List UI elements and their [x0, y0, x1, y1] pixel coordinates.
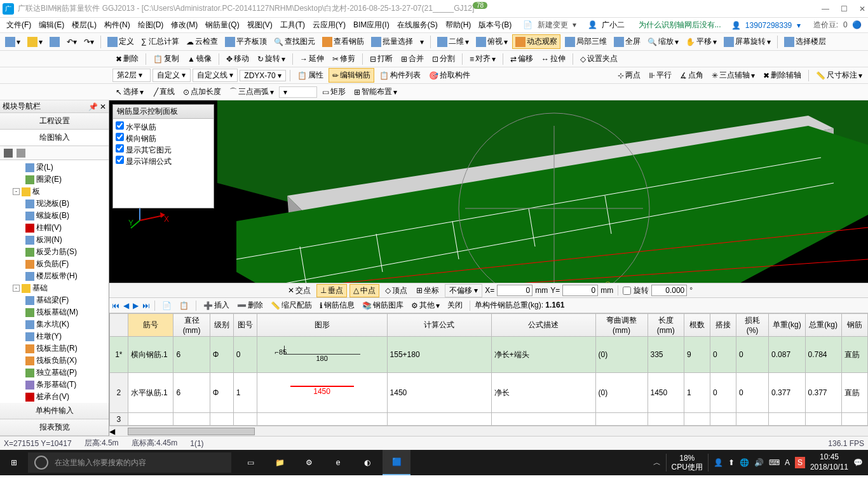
delaux-button[interactable]: ✖删除辅轴 — [760, 69, 804, 82]
view3d-button[interactable]: 二维▾ — [435, 35, 471, 48]
parallel-button[interactable]: ⊪平行 — [646, 69, 675, 82]
lookdown-button[interactable]: 俯视▾ — [473, 35, 510, 48]
menu-rebar[interactable]: 钢筋量(Q) — [203, 18, 241, 32]
menu-bim[interactable]: BIM应用(I) — [351, 18, 392, 32]
customline-dropdown[interactable]: 自定义线 ▾ — [193, 69, 238, 82]
break-button[interactable]: ⊟打断 — [367, 52, 396, 65]
tree-item[interactable]: 筏板主筋(R) — [1, 342, 107, 355]
merge-button[interactable]: ⊞合并 — [398, 52, 427, 65]
pan-button[interactable]: ✋平移▾ — [683, 35, 719, 48]
nav-next[interactable]: ▶ — [133, 301, 139, 310]
tree-item[interactable]: 筏板基础(M) — [1, 306, 107, 318]
mode-icon[interactable] — [4, 149, 13, 158]
3d-viewport[interactable]: 钢筋显示控制面板 水平纵筋横向钢筋显示其它图元显示详细公式 — [109, 100, 868, 283]
pickcomp-button[interactable]: 🎯拾取构件 — [426, 69, 473, 82]
tree-item[interactable]: 板负筋(F) — [1, 258, 107, 270]
open-button[interactable]: ▾ — [25, 36, 45, 48]
menu-file[interactable]: 文件(F) — [4, 18, 34, 32]
start-button[interactable]: ⊞ — [0, 450, 28, 475]
flattop-button[interactable]: 平齐板顶 — [222, 35, 269, 48]
app-icon[interactable]: e — [324, 450, 352, 475]
cpu-meter[interactable]: 18%CPU使用 — [666, 454, 709, 472]
tray-keyboard-icon[interactable]: ⌨ — [769, 458, 780, 467]
taskbar-clock[interactable]: 10:452018/10/11 — [810, 452, 848, 472]
tray-icon[interactable]: ⬆ — [728, 458, 735, 467]
tree-item[interactable]: -板 — [1, 186, 107, 198]
snap-coord[interactable]: ⊞ 坐标 — [413, 285, 442, 297]
menu-draw[interactable]: 绘图(D) — [135, 18, 166, 32]
display-option[interactable]: 显示详细公式 — [116, 156, 211, 167]
menu-view[interactable]: 视图(V) — [245, 18, 275, 32]
tab-single-input[interactable]: 单构件输入 — [0, 403, 109, 419]
menu-online[interactable]: 在线服务(S) — [395, 18, 440, 32]
align-button[interactable]: ≡对齐▾ — [466, 52, 499, 65]
menu-modify[interactable]: 修改(M) — [168, 18, 200, 32]
save-button[interactable] — [47, 36, 62, 48]
dimension-button[interactable]: 📏尺寸标注▾ — [813, 69, 865, 82]
app-icon[interactable]: 🟦 — [383, 450, 410, 475]
undo-button[interactable]: ↶▾ — [64, 36, 79, 48]
new-button[interactable]: ▾ — [3, 36, 23, 48]
tree-item[interactable]: 梁(L) — [1, 161, 107, 173]
draw-dropdown[interactable]: ▾ — [279, 86, 317, 98]
stretch-button[interactable]: ↔拉伸 — [538, 52, 569, 65]
tray-network-icon[interactable]: 🌐 — [740, 458, 749, 467]
select-button[interactable]: ↖选择▾ — [112, 85, 147, 98]
display-option[interactable]: 横向钢筋 — [116, 133, 211, 144]
app-icon[interactable]: 📁 — [266, 450, 294, 475]
user-label[interactable]: 广小二 — [599, 19, 627, 30]
close-button[interactable]: ✕ — [859, 4, 865, 13]
sumcalc-button[interactable]: ∑ 汇总计算 — [139, 35, 182, 48]
tray-icon[interactable]: A — [785, 458, 790, 467]
smartlay-button[interactable]: ⊞智能布置▾ — [351, 85, 400, 98]
menu-version[interactable]: 版本号(B) — [476, 18, 514, 32]
tab-report-preview[interactable]: 报表预览 — [0, 419, 109, 436]
menu-floor[interactable]: 楼层(L) — [69, 18, 99, 32]
menu-cloud[interactable]: 云应用(Y) — [310, 18, 348, 32]
tree-item[interactable]: 独立基础(P) — [1, 367, 107, 379]
trim-button[interactable]: ✂修剪 — [329, 52, 358, 65]
arc3pt-button[interactable]: ⌒三点画弧▾ — [226, 85, 277, 98]
tray-volume-icon[interactable]: 🔊 — [754, 458, 764, 467]
tree-item[interactable]: 筏板负筋(X) — [1, 355, 107, 367]
tray-icon[interactable]: 👤 — [714, 458, 723, 467]
fullscreen-button[interactable]: 全屏 — [611, 35, 643, 48]
display-option[interactable]: 水平纵筋 — [116, 121, 211, 133]
dynview-button[interactable]: 动态观察 — [512, 34, 560, 49]
redo-button[interactable]: ↷▾ — [81, 36, 97, 48]
tree-item[interactable]: 柱帽(V) — [1, 222, 107, 234]
delete-row[interactable]: ➖删除 — [234, 299, 266, 311]
minimize-button[interactable]: ― — [822, 4, 829, 13]
selfloor-button[interactable]: 选择楼层 — [782, 35, 829, 48]
y-input[interactable] — [562, 285, 598, 296]
del-button[interactable]: ✖删除 — [112, 52, 142, 65]
setclip-button[interactable]: ◇设置夹点 — [577, 52, 621, 65]
menu-edit[interactable]: 编辑(E) — [36, 18, 67, 32]
tree-item[interactable]: 板受力筋(S) — [1, 246, 107, 258]
complist-button[interactable]: 📋构件列表 — [376, 69, 424, 82]
rebar-lib[interactable]: 📚钢筋图库 — [360, 299, 406, 311]
app-icon[interactable]: ◐ — [353, 450, 381, 475]
nav-prev[interactable]: ◀ — [123, 301, 129, 310]
offset-button[interactable]: ⇄偏移 — [507, 52, 536, 65]
viewrebar-button[interactable]: 查看钢筋 — [320, 35, 367, 48]
maximize-button[interactable]: ☐ — [841, 4, 848, 13]
tree-item[interactable]: 条形基础(T) — [1, 379, 107, 391]
rotate-input[interactable] — [651, 285, 687, 296]
mode-icon[interactable] — [17, 149, 25, 158]
tree-item[interactable]: 板洞(N) — [1, 234, 107, 246]
cloudcheck-button[interactable]: ☁云检查 — [184, 35, 220, 48]
scale-rebar[interactable]: 📏缩尺配筋 — [268, 299, 315, 311]
tree-item[interactable]: 圈梁(E) — [1, 173, 107, 186]
nav-last[interactable]: ⏭ — [142, 301, 150, 310]
tree-item[interactable]: 柱墩(Y) — [1, 330, 107, 342]
app-icon[interactable]: ⚙ — [295, 450, 323, 475]
tree-item[interactable]: 现浇板(B) — [1, 198, 107, 210]
custom-dropdown[interactable]: 自定义 ▾ — [153, 69, 191, 82]
component-tree[interactable]: 梁(L)圈梁(E)-板现浇板(B)螺旋板(B)柱帽(V)板洞(N)板受力筋(S)… — [0, 160, 109, 403]
snap-vertex[interactable]: ◇ 顶点 — [382, 285, 410, 297]
extend-button[interactable]: →延伸 — [297, 52, 327, 65]
notice-link[interactable]: 为什么识别轴网后没有... — [636, 18, 724, 32]
tree-item[interactable]: -基础 — [1, 282, 107, 294]
tree-item[interactable]: 桩承台(V) — [1, 391, 107, 403]
